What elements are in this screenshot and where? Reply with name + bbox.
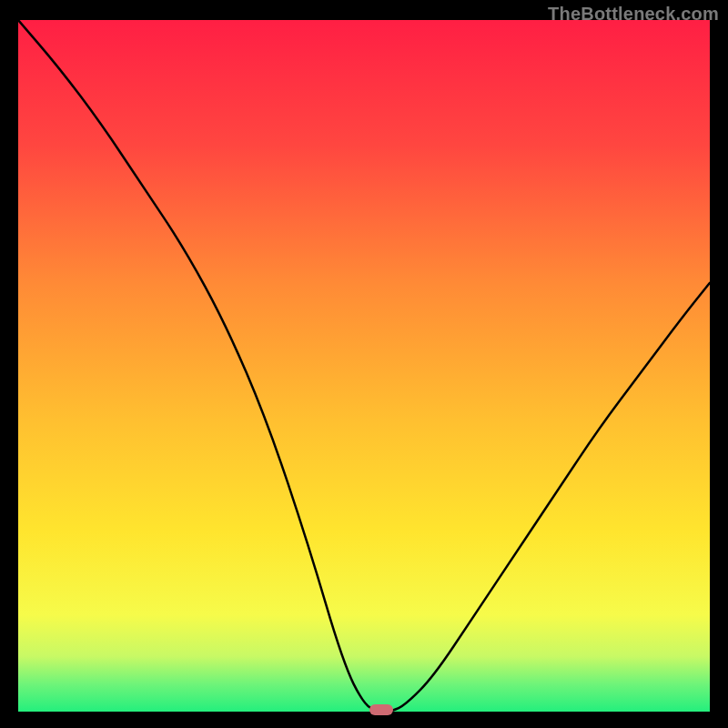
minimum-marker	[369, 704, 393, 715]
chart-stage: TheBottleneck.com	[0, 0, 728, 728]
gradient-background	[18, 20, 710, 712]
plot-area	[18, 20, 710, 712]
chart-canvas	[18, 20, 710, 712]
watermark-text: TheBottleneck.com	[548, 4, 719, 25]
